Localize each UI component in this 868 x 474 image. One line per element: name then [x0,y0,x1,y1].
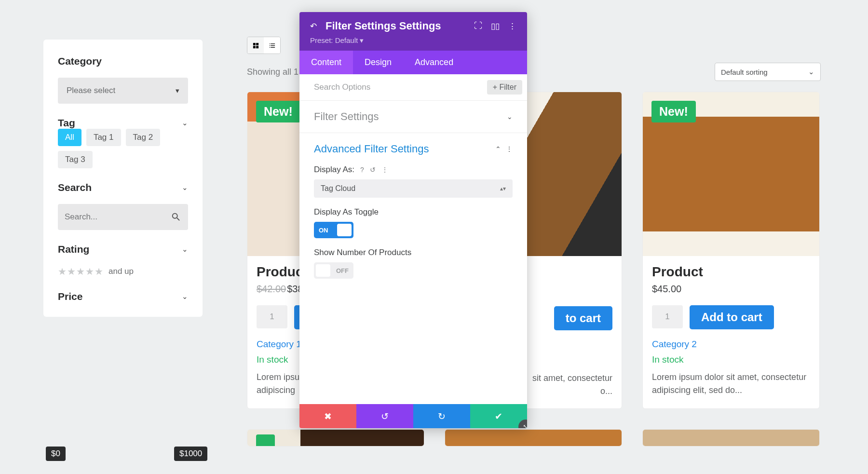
advanced-filter-section: Advanced Filter Settings ⌃⋮ Display As: … [299,133,527,404]
chevron-down-icon: ⌄ [507,113,513,121]
product-image[interactable] [247,430,424,447]
product-card [445,429,622,447]
display-as-label-row: Display As: ? ↺ ⋮ [314,165,513,175]
product-card [642,429,820,447]
add-filter-button[interactable]: + Filter [487,80,522,95]
chevron-up-icon: ⌃ [495,145,501,153]
tag-all[interactable]: All [58,129,81,146]
new-badge [256,434,275,447]
show-number-toggle[interactable]: OFF [314,262,353,279]
filter-sidebar: Category Please select ▾ Tag ⌄ All Tag 1… [43,40,203,317]
section-title: Filter Settings [314,110,379,123]
tag-title: Tag [58,117,75,129]
category-section: Category Please select ▾ [58,55,188,104]
tag-1[interactable]: Tag 1 [86,129,121,146]
show-number-label: Show Number Of Products [314,248,411,257]
result-count: Showing all 1 [247,67,298,77]
grid-icon [252,42,259,49]
advanced-filter-toggle[interactable]: Advanced Filter Settings ⌃⋮ [314,143,513,155]
rating-section: Rating ⌄ ★★★★★ and up [58,244,188,277]
search-options-label[interactable]: Search Options [314,82,370,92]
filter-settings-toggle[interactable]: Filter Settings ⌄ [314,110,513,123]
add-to-cart-button[interactable]: Add to cart [690,305,774,329]
category-title: Category [58,55,102,67]
display-as-select[interactable]: Tag Cloud ▴▾ [314,179,513,198]
grid-view-button[interactable] [247,37,264,54]
toggle-knob [337,224,352,236]
tag-section: Tag ⌄ All Tag 1 Tag 2 Tag 3 [58,117,188,168]
tab-content[interactable]: Content [299,51,353,74]
new-badge: New! [651,101,696,122]
quantity-stepper[interactable]: 1 [652,305,683,328]
product-image[interactable]: New! [643,92,819,256]
category-link[interactable]: Category 2 [652,339,810,350]
tag-cloud: All Tag 1 Tag 2 Tag 3 [58,129,188,168]
price-section: Price ⌄ [58,291,188,302]
star-row-icon[interactable]: ★★★★★ [58,266,104,277]
tag-3[interactable]: Tag 3 [58,151,93,168]
add-to-cart-button[interactable]: to cart [554,306,612,330]
options-search-row: Search Options + Filter [299,74,527,100]
price-header[interactable]: Price ⌄ [58,291,188,302]
toggle-off-label: OFF [336,267,349,274]
chevron-down-icon: ⌄ [182,183,188,192]
chevron-down-icon: ⌄ [182,292,188,301]
tab-advanced[interactable]: Advanced [403,51,465,74]
quantity-stepper[interactable]: 1 [257,305,287,328]
rating-suffix: and up [108,267,134,276]
category-placeholder: Please select [67,86,115,95]
tab-design[interactable]: Design [353,51,403,74]
expand-icon[interactable]: ⛶ [474,21,482,31]
product-image[interactable] [643,430,819,447]
sort-select[interactable]: Default sorting ⌄ [715,63,821,81]
redo-button[interactable]: ↻ [413,404,470,428]
product-image[interactable] [445,430,622,447]
display-as-toggle[interactable]: ON [314,222,353,238]
section-title: Advanced Filter Settings [314,143,429,155]
more-icon[interactable]: ⋮ [506,145,513,153]
product-title[interactable]: Product [652,264,810,280]
rating-header[interactable]: Rating ⌄ [58,244,188,255]
rating-title: Rating [58,244,89,255]
sort-value: Default sorting [721,68,768,76]
search-header[interactable]: Search ⌄ [58,182,188,193]
back-icon[interactable]: ↶ [310,21,317,31]
chevron-down-icon: ⌄ [182,119,188,127]
display-as-value: Tag Cloud [321,184,355,193]
price-max-bubble[interactable]: $1000 [174,447,207,461]
filter-settings-modal: ↶ Filter Settings Settings ⛶ ▯▯ ⋮ Preset… [299,12,527,428]
category-header[interactable]: Category [58,55,188,67]
stock-status: In stock [652,354,810,365]
modal-tabs: Content Design Advanced [299,51,527,74]
chevron-down-icon: ▾ [176,86,179,95]
help-icon[interactable]: ? [360,166,364,174]
price: $45.00 [652,284,681,294]
toggle-on-label: ON [319,227,328,234]
chevron-down-icon: ⌄ [808,68,814,76]
preset-selector[interactable]: Preset: Default ▾ [310,36,516,45]
search-section: Search ⌄ [58,182,188,230]
view-switch [247,37,281,54]
search-title: Search [58,182,92,193]
price-old: $42.00 [257,284,286,294]
category-select[interactable]: Please select ▾ [58,78,188,104]
search-icon [171,212,181,222]
reset-icon[interactable]: ↺ [370,166,376,174]
tag-2[interactable]: Tag 2 [126,129,161,146]
columns-icon[interactable]: ▯▯ [491,21,500,31]
cancel-button[interactable]: ✖ [299,404,356,428]
chevron-down-icon: ⌄ [182,245,188,254]
price-min-bubble[interactable]: $0 [46,447,66,461]
more-icon[interactable]: ⋮ [381,166,388,174]
list-icon [269,42,276,49]
new-badge: New! [256,101,300,122]
product-card [247,429,424,447]
tag-header[interactable]: Tag ⌄ [58,117,188,129]
list-view-button[interactable] [264,37,280,54]
product-desc: Lorem ipsum dolor sit amet, consectetur … [652,371,810,397]
price-title: Price [58,291,82,302]
search-input[interactable] [65,212,171,222]
modal-header: ↶ Filter Settings Settings ⛶ ▯▯ ⋮ Preset… [299,12,527,51]
more-icon[interactable]: ⋮ [508,21,516,31]
undo-button[interactable]: ↺ [356,404,413,428]
